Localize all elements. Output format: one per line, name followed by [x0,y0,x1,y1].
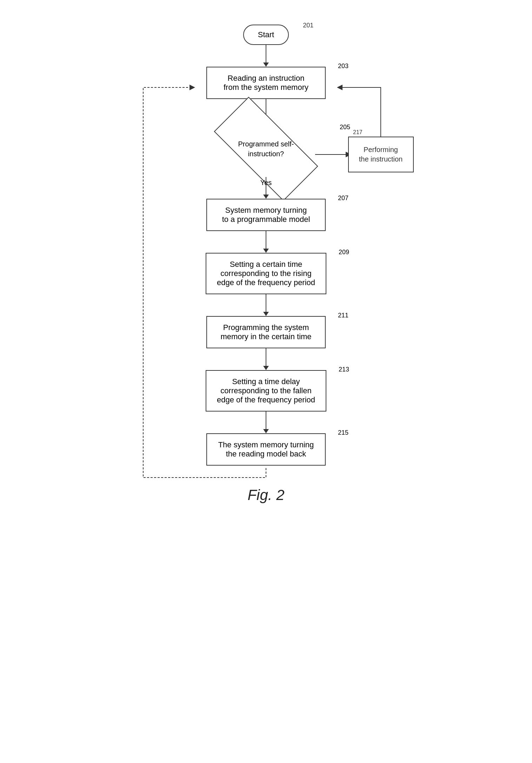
node-207-number: 207 [338,195,348,202]
figure-label: Fig. 2 [247,487,284,504]
flowchart: Start 201 Reading an instructionfrom the… [108,14,424,504]
node-213: Setting a time delaycorresponding to the… [206,370,326,412]
node-207-label: System memory turningto a programmable m… [222,206,310,224]
arrow-209-to-211 [266,294,266,316]
node-209: Setting a certain timecorresponding to t… [206,253,326,294]
arrow-205-to-207 [266,177,266,199]
node-213-number: 213 [339,366,349,373]
start-oval: Start [243,25,289,45]
node-203-label: Reading an instructionfrom the system me… [224,74,308,92]
node-217-text-2: the instruction [359,155,403,163]
node-209-box: Setting a certain timecorresponding to t… [206,253,326,294]
arrow-line-7 [266,412,266,429]
node-215-label: The system memory turningthe reading mod… [218,440,314,458]
arrow-line-3 [266,177,266,195]
node-209-number: 209 [339,249,349,256]
node-205-diamond-area: Programmed self-instruction? [206,121,326,177]
node-211: Programming the systemmemory in the cert… [206,316,326,348]
node-207-box: System memory turningto a programmable m… [206,199,326,231]
node-211-box: Programming the systemmemory in the cert… [206,316,326,348]
node-203-box: Reading an instructionfrom the system me… [206,67,326,99]
arrow-line [266,45,266,63]
node-203: Reading an instructionfrom the system me… [206,67,326,99]
start-label: Start [258,30,274,39]
arrow-line-4 [266,231,266,249]
node-209-label: Setting a certain timecorresponding to t… [217,260,315,287]
node-211-number: 211 [338,312,348,319]
node-203-number: 203 [338,63,348,70]
no-label: No [362,142,371,150]
node-205-wrapper: Programmed self-instruction? No Yes 205 [206,121,326,177]
node-211-label: Programming the systemmemory in the cert… [220,323,311,341]
arrow-207-to-209 [266,231,266,253]
node-215: The system memory turningthe reading mod… [206,433,326,466]
node-207: System memory turningto a programmable m… [206,199,326,231]
arrow-line-6 [266,348,266,366]
node-205-number: 205 [340,124,350,131]
node-201-number: 201 [303,22,313,29]
node-217-rect [348,137,413,172]
node-217-number-text: 217 [353,129,363,135]
node-213-box: Setting a time delaycorresponding to the… [206,370,326,412]
arrow-start-to-203 [266,45,266,67]
arrow-211-to-213 [266,348,266,370]
node-213-label: Setting a time delaycorresponding to the… [217,377,315,404]
arrow-line-5 [266,294,266,312]
node-205-label: Programmed self-instruction? [231,139,301,159]
start-node: Start 201 [243,25,289,45]
node-215-box: The system memory turningthe reading mod… [206,433,326,466]
node-215-number: 215 [338,429,348,436]
arrow-213-to-215 [266,412,266,433]
